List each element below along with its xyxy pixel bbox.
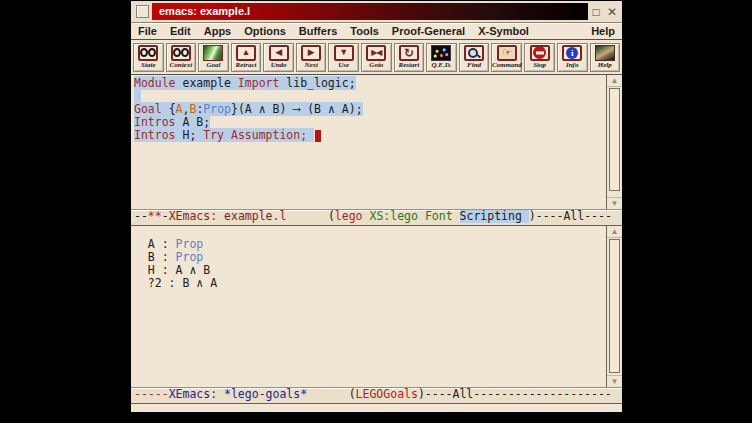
- toolbar-button-goto[interactable]: Goto: [361, 43, 392, 72]
- scroll-down-icon[interactable]: ▼: [607, 197, 622, 209]
- toolbar-button-label: Help: [598, 61, 612, 69]
- text-segment: A :: [134, 237, 176, 251]
- menu-tools[interactable]: Tools: [350, 25, 379, 37]
- menu-options[interactable]: Options: [244, 25, 286, 37]
- buffer-line: A : Prop: [134, 238, 606, 251]
- maximize-icon[interactable]: □: [588, 4, 604, 20]
- text-segment: XS:lego: [369, 209, 417, 223]
- text-segment: Scripting: [460, 209, 529, 223]
- circular-arrow-icon: [399, 45, 419, 61]
- toolbar-button-help[interactable]: Help: [590, 43, 621, 72]
- text-segment: Intros: [134, 115, 176, 129]
- toolbar-button-label: Use: [338, 61, 349, 69]
- text-segment: XEmacs: *lego-goals*: [169, 387, 307, 401]
- tri-right-icon: [301, 45, 321, 61]
- goals-scrollbar[interactable]: ▲ ▼: [606, 226, 622, 387]
- text-cursor: [315, 130, 321, 142]
- text-segment: --: [134, 209, 148, 223]
- text-segment: Prop: [203, 102, 231, 116]
- glasses-icon: [171, 45, 191, 61]
- title-bar[interactable]: emacs: example.l □ ✕: [131, 1, 622, 23]
- toolbar-button-restart[interactable]: Restart: [394, 43, 425, 72]
- toolbar-button-qed[interactable]: Q.E.D.: [426, 43, 457, 72]
- goals-modeline[interactable]: -----XEmacs: *lego-goals* (LEGOGoals)---…: [131, 387, 622, 404]
- pointing-hand-icon: [497, 45, 517, 61]
- script-buffer[interactable]: Module example Import lib_logic; Goal {A…: [131, 75, 606, 209]
- menu-buffers[interactable]: Buffers: [299, 25, 338, 37]
- scroll-down-icon[interactable]: ▼: [607, 375, 622, 387]
- toolbar-button-find[interactable]: Find: [459, 43, 490, 72]
- menu-edit[interactable]: Edit: [170, 25, 191, 37]
- scrollbar-thumb[interactable]: [609, 88, 620, 191]
- toolbar-button-context[interactable]: Context: [166, 43, 197, 72]
- text-segment: )----All----: [529, 209, 612, 223]
- toolbar-button-command[interactable]: Command: [491, 43, 522, 72]
- text-segment: Font: [425, 209, 453, 223]
- window-menu-button[interactable]: [136, 5, 149, 18]
- toolbar-button-label: Restart: [399, 61, 420, 69]
- menu-help[interactable]: Help: [591, 25, 615, 37]
- script-buffer-window: Module example Import lib_logic; Goal {A…: [131, 75, 622, 209]
- script-modeline[interactable]: --**-XEmacs: example.l (lego XS:lego Fon…: [131, 209, 622, 226]
- text-segment: example: [176, 76, 238, 90]
- toolbar-button-label: Next: [304, 61, 318, 69]
- glasses-icon: [138, 45, 158, 61]
- toolbar-button-goal[interactable]: Goal: [198, 43, 229, 72]
- text-segment: [286, 209, 328, 223]
- text-segment: Import: [238, 76, 280, 90]
- scrollbar-track[interactable]: [607, 238, 622, 375]
- menu-file[interactable]: File: [138, 25, 157, 37]
- text-segment: **: [148, 209, 162, 223]
- toolbar-button-label: Stop: [533, 61, 546, 69]
- text-segment: -----: [134, 387, 169, 401]
- text-segment: Module: [134, 76, 176, 90]
- text-segment: -: [162, 209, 169, 223]
- menu-x-symbol[interactable]: X-Symbol: [478, 25, 529, 37]
- xemacs-frame: emacs: example.l □ ✕ FileEditAppsOptions…: [130, 0, 623, 413]
- toolbar-button-next[interactable]: Next: [296, 43, 327, 72]
- menu-apps[interactable]: Apps: [204, 25, 232, 37]
- minibuffer[interactable]: [131, 404, 622, 412]
- toolbar-button-label: Command: [492, 61, 522, 69]
- text-segment: lib_logic;: [279, 76, 355, 90]
- script-scrollbar[interactable]: ▲ ▼: [606, 75, 622, 209]
- toolbar-button-label: Context: [170, 61, 193, 69]
- text-segment: (: [328, 209, 335, 223]
- text-segment: [307, 387, 349, 401]
- text-segment: [453, 209, 460, 223]
- toolbar-button-info[interactable]: Info: [557, 43, 588, 72]
- goals-buffer[interactable]: A : Prop B : Prop H : A ∧ B ?2 : B ∧ A: [131, 226, 606, 387]
- text-segment: (: [349, 387, 356, 401]
- toolbar-button-label: Undo: [271, 61, 287, 69]
- toolbar-button-retract[interactable]: Retract: [231, 43, 262, 72]
- toolbar-button-label: State: [141, 61, 155, 69]
- toolbar-button-stop[interactable]: Stop: [524, 43, 555, 72]
- text-segment: XEmacs: example.l: [169, 209, 287, 223]
- toolbar-button-label: Q.E.D.: [431, 61, 451, 69]
- magnifier-icon: [464, 45, 484, 61]
- goals-buffer-window: A : Prop B : Prop H : A ∧ B ?2 : B ∧ A ▲…: [131, 226, 622, 387]
- toolbar-button-undo[interactable]: Undo: [263, 43, 294, 72]
- toolbar-button-label: Goal: [206, 61, 220, 69]
- scroll-up-icon[interactable]: ▲: [607, 75, 622, 87]
- scrollbar-track[interactable]: [607, 87, 622, 197]
- info-icon: [562, 45, 582, 61]
- text-segment: H : A ∧ B: [134, 263, 210, 277]
- scroll-up-icon[interactable]: ▲: [607, 226, 622, 238]
- buffer-line: Module example Import lib_logic;: [134, 77, 606, 90]
- text-segment: )----All--------------------: [418, 387, 612, 401]
- text-segment: Prop: [176, 250, 204, 264]
- buffer-line: ?2 : B ∧ A: [134, 277, 606, 290]
- toolbar: StateContextGoalRetractUndoNextUseGotoRe…: [131, 40, 622, 75]
- menu-proof-general[interactable]: Proof-General: [392, 25, 465, 37]
- toolbar-button-label: Find: [467, 61, 481, 69]
- no-entry-icon: [530, 45, 550, 61]
- text-segment: B :: [134, 250, 176, 264]
- text-segment: [134, 89, 141, 103]
- tri-up-icon: [236, 45, 256, 61]
- toolbar-button-label: Goto: [369, 61, 383, 69]
- close-icon[interactable]: ✕: [604, 4, 620, 20]
- scrollbar-thumb[interactable]: [609, 239, 620, 373]
- toolbar-button-use[interactable]: Use: [328, 43, 359, 72]
- toolbar-button-state[interactable]: State: [133, 43, 164, 72]
